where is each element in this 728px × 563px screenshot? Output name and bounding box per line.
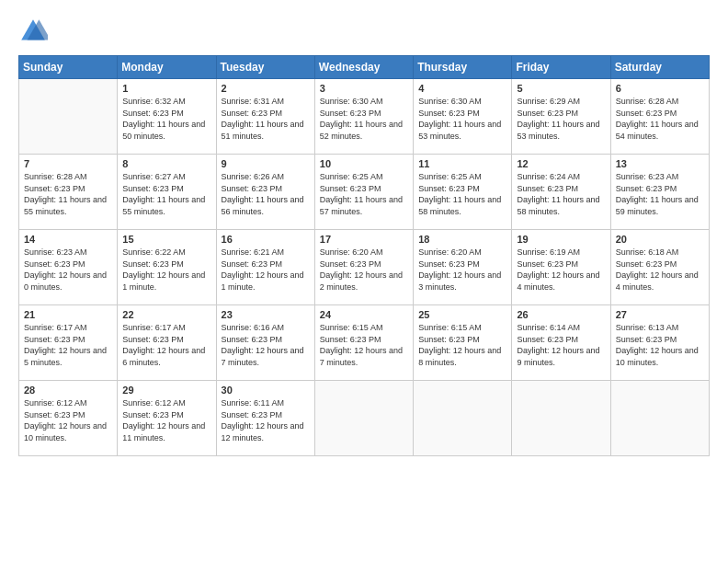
day-number: 23 <box>222 309 310 320</box>
day-number: 12 <box>517 158 605 169</box>
day-cell: 11Sunrise: 6:25 AMSunset: 6:23 PMDayligh… <box>414 155 512 230</box>
header <box>18 17 710 46</box>
day-cell: 9Sunrise: 6:26 AMSunset: 6:23 PMDaylight… <box>216 155 314 230</box>
day-info: Sunrise: 6:17 AMSunset: 6:23 PMDaylight:… <box>122 322 210 368</box>
day-info: Sunrise: 6:20 AMSunset: 6:23 PMDaylight:… <box>418 247 506 293</box>
week-row-0: 1Sunrise: 6:32 AMSunset: 6:23 PMDaylight… <box>19 79 710 155</box>
day-cell <box>512 381 610 456</box>
day-info: Sunrise: 6:26 AMSunset: 6:23 PMDaylight:… <box>222 171 310 217</box>
day-cell: 16Sunrise: 6:21 AMSunset: 6:23 PMDayligh… <box>216 230 314 305</box>
day-info: Sunrise: 6:19 AMSunset: 6:23 PMDaylight:… <box>517 247 605 293</box>
day-cell: 5Sunrise: 6:29 AMSunset: 6:23 PMDaylight… <box>512 79 610 155</box>
day-cell: 20Sunrise: 6:18 AMSunset: 6:23 PMDayligh… <box>610 230 709 305</box>
calendar: SundayMondayTuesdayWednesdayThursdayFrid… <box>18 55 710 456</box>
day-info: Sunrise: 6:15 AMSunset: 6:23 PMDaylight:… <box>418 322 506 368</box>
day-number: 9 <box>222 158 310 169</box>
day-info: Sunrise: 6:28 AMSunset: 6:23 PMDaylight:… <box>616 96 704 142</box>
day-cell: 25Sunrise: 6:15 AMSunset: 6:23 PMDayligh… <box>414 305 512 381</box>
day-cell: 24Sunrise: 6:15 AMSunset: 6:23 PMDayligh… <box>314 305 413 381</box>
day-number: 28 <box>24 385 112 396</box>
day-number: 16 <box>222 234 310 245</box>
week-row-1: 7Sunrise: 6:28 AMSunset: 6:23 PMDaylight… <box>19 155 710 230</box>
day-number: 30 <box>222 385 310 396</box>
day-info: Sunrise: 6:21 AMSunset: 6:23 PMDaylight:… <box>222 247 310 293</box>
day-number: 13 <box>616 158 704 169</box>
day-info: Sunrise: 6:29 AMSunset: 6:23 PMDaylight:… <box>517 96 605 142</box>
day-cell: 19Sunrise: 6:19 AMSunset: 6:23 PMDayligh… <box>512 230 610 305</box>
day-cell: 22Sunrise: 6:17 AMSunset: 6:23 PMDayligh… <box>118 305 216 381</box>
day-info: Sunrise: 6:22 AMSunset: 6:23 PMDaylight:… <box>122 247 210 293</box>
header-cell-sunday: Sunday <box>19 56 118 79</box>
day-info: Sunrise: 6:27 AMSunset: 6:23 PMDaylight:… <box>122 171 210 217</box>
day-number: 29 <box>122 385 210 396</box>
day-number: 15 <box>122 234 210 245</box>
week-row-4: 28Sunrise: 6:12 AMSunset: 6:23 PMDayligh… <box>19 381 710 456</box>
week-row-2: 14Sunrise: 6:23 AMSunset: 6:23 PMDayligh… <box>19 230 710 305</box>
header-cell-tuesday: Tuesday <box>216 56 314 79</box>
day-info: Sunrise: 6:15 AMSunset: 6:23 PMDaylight:… <box>320 322 408 368</box>
day-cell: 7Sunrise: 6:28 AMSunset: 6:23 PMDaylight… <box>19 155 118 230</box>
day-number: 17 <box>320 234 408 245</box>
day-number: 8 <box>122 158 210 169</box>
day-info: Sunrise: 6:25 AMSunset: 6:23 PMDaylight:… <box>418 171 506 217</box>
day-info: Sunrise: 6:28 AMSunset: 6:23 PMDaylight:… <box>24 171 112 217</box>
day-cell <box>414 381 512 456</box>
day-info: Sunrise: 6:14 AMSunset: 6:23 PMDaylight:… <box>517 322 605 368</box>
day-cell: 17Sunrise: 6:20 AMSunset: 6:23 PMDayligh… <box>314 230 413 305</box>
day-number: 19 <box>517 234 605 245</box>
day-number: 18 <box>418 234 506 245</box>
logo-icon <box>18 17 48 46</box>
day-info: Sunrise: 6:23 AMSunset: 6:23 PMDaylight:… <box>24 247 112 293</box>
day-number: 21 <box>24 309 112 320</box>
day-number: 6 <box>616 83 704 94</box>
day-cell: 27Sunrise: 6:13 AMSunset: 6:23 PMDayligh… <box>610 305 709 381</box>
day-cell: 30Sunrise: 6:11 AMSunset: 6:23 PMDayligh… <box>216 381 314 456</box>
day-cell: 10Sunrise: 6:25 AMSunset: 6:23 PMDayligh… <box>314 155 413 230</box>
day-cell: 18Sunrise: 6:20 AMSunset: 6:23 PMDayligh… <box>414 230 512 305</box>
day-info: Sunrise: 6:12 AMSunset: 6:23 PMDaylight:… <box>122 397 210 443</box>
day-number: 27 <box>616 309 704 320</box>
day-info: Sunrise: 6:13 AMSunset: 6:23 PMDaylight:… <box>616 322 704 368</box>
day-cell <box>314 381 413 456</box>
day-cell: 29Sunrise: 6:12 AMSunset: 6:23 PMDayligh… <box>118 381 216 456</box>
day-number: 24 <box>320 309 408 320</box>
day-number: 5 <box>517 83 605 94</box>
day-cell: 1Sunrise: 6:32 AMSunset: 6:23 PMDaylight… <box>118 79 216 155</box>
day-number: 3 <box>320 83 408 94</box>
day-info: Sunrise: 6:30 AMSunset: 6:23 PMDaylight:… <box>320 96 408 142</box>
day-number: 10 <box>320 158 408 169</box>
day-info: Sunrise: 6:32 AMSunset: 6:23 PMDaylight:… <box>122 96 210 142</box>
header-cell-saturday: Saturday <box>610 56 709 79</box>
day-info: Sunrise: 6:12 AMSunset: 6:23 PMDaylight:… <box>24 397 112 443</box>
day-number: 4 <box>418 83 506 94</box>
day-number: 14 <box>24 234 112 245</box>
day-cell: 2Sunrise: 6:31 AMSunset: 6:23 PMDaylight… <box>216 79 314 155</box>
day-info: Sunrise: 6:16 AMSunset: 6:23 PMDaylight:… <box>222 322 310 368</box>
day-number: 11 <box>418 158 506 169</box>
day-cell: 4Sunrise: 6:30 AMSunset: 6:23 PMDaylight… <box>414 79 512 155</box>
day-cell: 15Sunrise: 6:22 AMSunset: 6:23 PMDayligh… <box>118 230 216 305</box>
header-cell-friday: Friday <box>512 56 610 79</box>
day-number: 1 <box>122 83 210 94</box>
header-cell-thursday: Thursday <box>414 56 512 79</box>
day-info: Sunrise: 6:23 AMSunset: 6:23 PMDaylight:… <box>616 171 704 217</box>
day-info: Sunrise: 6:17 AMSunset: 6:23 PMDaylight:… <box>24 322 112 368</box>
day-number: 2 <box>222 83 310 94</box>
day-number: 20 <box>616 234 704 245</box>
day-cell <box>19 79 118 155</box>
day-info: Sunrise: 6:18 AMSunset: 6:23 PMDaylight:… <box>616 247 704 293</box>
day-info: Sunrise: 6:30 AMSunset: 6:23 PMDaylight:… <box>418 96 506 142</box>
day-number: 26 <box>517 309 605 320</box>
day-number: 25 <box>418 309 506 320</box>
day-cell: 12Sunrise: 6:24 AMSunset: 6:23 PMDayligh… <box>512 155 610 230</box>
day-info: Sunrise: 6:25 AMSunset: 6:23 PMDaylight:… <box>320 171 408 217</box>
page: SundayMondayTuesdayWednesdayThursdayFrid… <box>0 0 728 563</box>
week-row-3: 21Sunrise: 6:17 AMSunset: 6:23 PMDayligh… <box>19 305 710 381</box>
day-cell: 21Sunrise: 6:17 AMSunset: 6:23 PMDayligh… <box>19 305 118 381</box>
calendar-header: SundayMondayTuesdayWednesdayThursdayFrid… <box>19 56 710 79</box>
calendar-body: 1Sunrise: 6:32 AMSunset: 6:23 PMDaylight… <box>19 79 710 456</box>
day-cell: 26Sunrise: 6:14 AMSunset: 6:23 PMDayligh… <box>512 305 610 381</box>
day-cell: 14Sunrise: 6:23 AMSunset: 6:23 PMDayligh… <box>19 230 118 305</box>
day-info: Sunrise: 6:24 AMSunset: 6:23 PMDaylight:… <box>517 171 605 217</box>
day-cell: 6Sunrise: 6:28 AMSunset: 6:23 PMDaylight… <box>610 79 709 155</box>
